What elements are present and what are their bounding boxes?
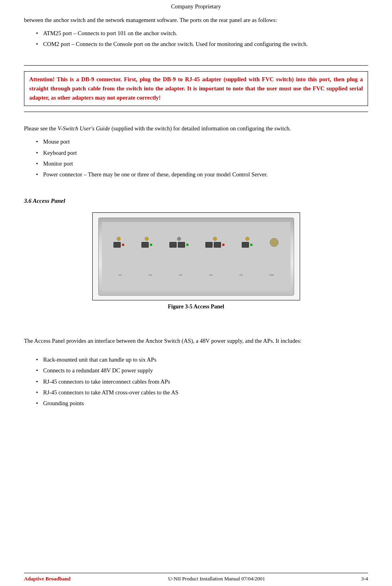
ap-antenna	[117, 237, 121, 241]
footer-page: 3-4	[361, 576, 368, 582]
ap-rj45	[178, 242, 185, 248]
figure-container: AP1 AP2 AP3 AP4 AP5 PWR Figure 3-5 Acces…	[24, 212, 368, 310]
ap-led	[122, 244, 124, 246]
page-header: Company Proprietary	[24, 0, 368, 16]
ap-module	[270, 238, 279, 247]
ap-module	[242, 237, 253, 248]
ap-bottom-row: AP1 AP2 AP3 AP4 AP5 PWR	[106, 274, 287, 276]
ap-module	[113, 237, 124, 248]
ap-rj45	[242, 242, 249, 248]
list-item: RJ-45 connectors to take interconnect ca…	[36, 377, 368, 386]
vsw-paragraph: Please see the V-Switch User's Guide (su…	[24, 124, 368, 133]
access-panel-list: Rack-mounted unit that can handle up to …	[36, 355, 368, 408]
list-item: COM2 port – Connects to the Console port…	[36, 40, 368, 49]
list-item: Keyboard port	[36, 148, 368, 158]
section-number: 3.6	[24, 198, 32, 204]
attention-box: Attention! This is a DB-9 connector. Fir…	[24, 71, 368, 106]
footer-brand: Adaptive Broadband	[24, 576, 70, 582]
ap-rj45	[141, 242, 149, 248]
ap-led	[250, 244, 253, 246]
ap-label: AP2	[149, 274, 152, 276]
ap-top-row	[106, 237, 287, 248]
section-title: Access Panel	[33, 198, 65, 204]
ap-module	[141, 237, 152, 248]
ap-antenna	[177, 237, 181, 241]
intro-paragraph: between the anchor switch and the networ…	[24, 16, 368, 25]
section-heading: 3.6 Access Panel	[24, 198, 368, 204]
ap-rj45	[205, 242, 213, 248]
ports-list: ATM25 port – Connects to port 101 on the…	[36, 29, 368, 49]
divider-top	[24, 65, 368, 66]
list-item: Grounding points	[36, 399, 368, 408]
page-footer: Adaptive Broadband U-NII Product Install…	[24, 573, 368, 582]
header-title: Company Proprietary	[171, 3, 221, 10]
ap-module	[169, 237, 189, 248]
vsw-text-after: (supplied with the switch) for detailed …	[110, 125, 291, 132]
ap-rj45	[169, 242, 177, 248]
ap-label: AP1	[118, 274, 122, 276]
list-item: Rack-mounted unit that can handle up to …	[36, 355, 368, 364]
intro-text: between the anchor switch and the networ…	[24, 17, 277, 23]
ap-antenna	[245, 237, 249, 241]
ap-antenna	[145, 237, 149, 241]
list-item: ATM25 port – Connects to port 101 on the…	[36, 29, 368, 38]
ap-module	[205, 237, 225, 248]
list-item: RJ-45 connectors to take ATM cross-over …	[36, 388, 368, 397]
ap-label: AP5	[239, 274, 243, 276]
list-item: Power connector – There may be one or th…	[36, 170, 368, 179]
ap-rj45	[214, 242, 221, 248]
ap-antenna	[213, 237, 217, 241]
ap-circle-button	[270, 238, 279, 247]
ap-rj45	[113, 242, 121, 248]
vsw-italic: V-Switch User's Guide	[58, 125, 110, 132]
vsw-text-before: Please see the	[24, 125, 58, 132]
ap-label: PWR	[269, 274, 274, 276]
access-panel-image: AP1 AP2 AP3 AP4 AP5 PWR	[98, 218, 294, 296]
ap-led	[222, 244, 225, 246]
access-panel-text: The Access Panel provides an interface b…	[24, 338, 302, 344]
divider-bottom	[24, 112, 368, 112]
attention-text: Attention! This is a DB-9 connector. Fir…	[29, 76, 363, 101]
figure-image-box: AP1 AP2 AP3 AP4 AP5 PWR	[92, 212, 300, 300]
list-item: Monitor port	[36, 159, 368, 168]
access-panel-paragraph: The Access Panel provides an interface b…	[24, 336, 368, 346]
list-item: Connects to a redundant 48V DC power sup…	[36, 366, 368, 375]
figure-caption: Figure 3-5 Access Panel	[168, 304, 224, 310]
ap-led	[150, 244, 152, 246]
ap-label: AP4	[209, 274, 213, 276]
footer-doc: U-NII Product Installation Manual 07/04/…	[72, 576, 361, 582]
ap-led	[186, 244, 189, 246]
ap-label: AP3	[179, 274, 182, 276]
vsw-ports-list: Mouse port Keyboard port Monitor port Po…	[36, 137, 368, 179]
list-item: Mouse port	[36, 137, 368, 146]
